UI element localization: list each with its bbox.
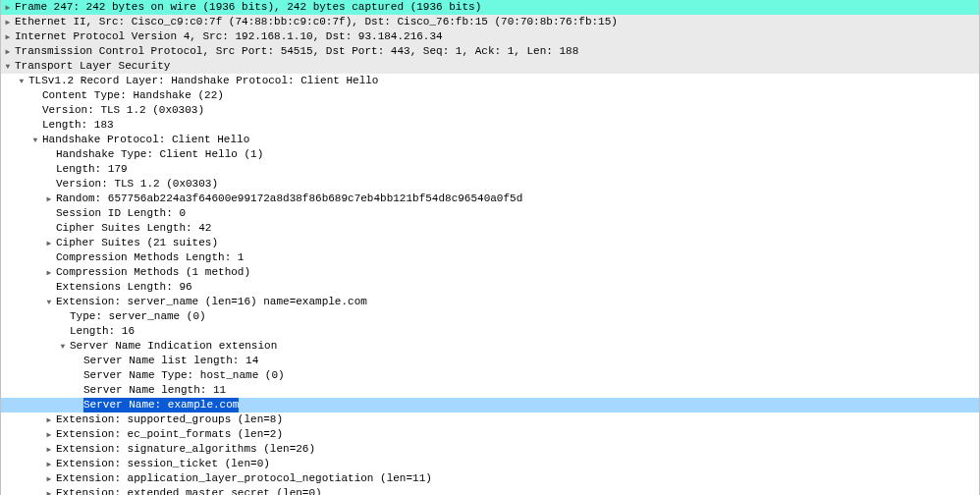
- cs-row[interactable]: ▶ Cipher Suites (21 suites): [1, 236, 979, 250]
- handshake-row[interactable]: ▼ Handshake Protocol: Client Hello: [1, 133, 979, 147]
- expand-icon[interactable]: ▶: [42, 192, 56, 206]
- ext-len-row[interactable]: Extensions Length: 96: [1, 280, 979, 295]
- handshake-version: Version: TLS 1.2 (0x0303): [56, 177, 218, 192]
- record-version-row[interactable]: Version: TLS 1.2 (0x0303): [1, 103, 979, 118]
- ext-alpn: Extension: application_layer_protocol_ne…: [56, 471, 432, 486]
- sni-name-len: Server Name length: 11: [83, 383, 226, 398]
- handshake-type-row[interactable]: Handshake Type: Client Hello (1): [1, 147, 979, 162]
- cs-len-row[interactable]: Cipher Suites Length: 42: [1, 221, 979, 236]
- collapse-icon[interactable]: ▼: [28, 133, 42, 147]
- cm-len-row[interactable]: Compression Methods Length: 1: [1, 250, 979, 265]
- record-title: TLSv1.2 Record Layer: Handshake Protocol…: [28, 74, 378, 88]
- ext-server-name-title: Extension: server_name (len=16) name=exa…: [56, 295, 367, 309]
- compression-methods: Compression Methods (1 method): [56, 265, 250, 280]
- expand-icon[interactable]: ▶: [42, 236, 56, 250]
- cipher-suites: Cipher Suites (21 suites): [56, 236, 218, 250]
- ext-ec-point-formats: Extension: ec_point_formats (len=2): [56, 427, 283, 442]
- sni-extension-title: Server Name Indication extension: [70, 339, 277, 354]
- sni-server-name: Server Name: example.com: [83, 398, 239, 412]
- handshake-title: Handshake Protocol: Client Hello: [42, 133, 249, 147]
- ext-ec-point-formats-row[interactable]: ▶ Extension: ec_point_formats (len=2): [1, 427, 979, 442]
- sid-len-row[interactable]: Session ID Length: 0: [1, 206, 979, 221]
- ext-server-name-row[interactable]: ▼ Extension: server_name (len=16) name=e…: [1, 295, 979, 309]
- sni-server-name-row[interactable]: Server Name: example.com: [1, 398, 979, 412]
- ext-session-ticket: Extension: session_ticket (len=0): [56, 457, 270, 471]
- sid-len: Session ID Length: 0: [56, 206, 186, 221]
- record-length: Length: 183: [42, 118, 114, 133]
- expand-icon[interactable]: ▶: [42, 486, 56, 495]
- ext-supported-groups: Extension: supported_groups (len=8): [56, 412, 283, 427]
- sni-list-len: Server Name list length: 14: [83, 354, 258, 368]
- sni-type-row[interactable]: Type: server_name (0): [1, 309, 979, 324]
- expand-icon[interactable]: ▶: [42, 412, 56, 427]
- sni-name-len-row[interactable]: Server Name length: 11: [1, 383, 979, 398]
- ip-row[interactable]: ▶ Internet Protocol Version 4, Src: 192.…: [1, 29, 979, 44]
- collapse-icon[interactable]: ▼: [42, 295, 56, 309]
- ip-header: Internet Protocol Version 4, Src: 192.16…: [15, 29, 443, 44]
- sni-length: Length: 16: [70, 324, 135, 339]
- collapse-icon[interactable]: ▼: [15, 74, 28, 88]
- expand-icon[interactable]: ▶: [42, 457, 56, 471]
- handshake-random-row[interactable]: ▶ Random: 657756ab224a3f64600e99172a8d38…: [1, 192, 979, 206]
- expand-icon[interactable]: ▶: [1, 0, 15, 15]
- record-content-type: Content Type: Handshake (22): [42, 88, 224, 103]
- ethernet-header: Ethernet II, Src: Cisco_c9:c0:7f (74:88:…: [15, 15, 618, 29]
- expand-icon[interactable]: ▶: [1, 44, 15, 59]
- ext-sig-algs-row[interactable]: ▶ Extension: signature_algorithms (len=2…: [1, 442, 979, 457]
- frame-header-row[interactable]: ▶ Frame 247: 242 bytes on wire (1936 bit…: [1, 0, 979, 15]
- expand-icon[interactable]: ▶: [1, 29, 15, 44]
- tls-root: Transport Layer Security: [15, 59, 170, 74]
- record-version: Version: TLS 1.2 (0x0303): [42, 103, 204, 118]
- sni-len-row[interactable]: Length: 16: [1, 324, 979, 339]
- expand-icon[interactable]: ▶: [42, 442, 56, 457]
- sni-name-type: Server Name Type: host_name (0): [83, 368, 285, 383]
- tcp-row[interactable]: ▶ Transmission Control Protocol, Src Por…: [1, 44, 979, 59]
- extensions-length: Extensions Length: 96: [56, 280, 192, 295]
- expand-icon[interactable]: ▶: [42, 427, 56, 442]
- expand-icon[interactable]: ▶: [42, 265, 56, 280]
- handshake-length: Length: 179: [56, 162, 128, 177]
- ext-ems: Extension: extended_master_secret (len=0…: [56, 486, 322, 495]
- collapse-icon[interactable]: ▼: [1, 59, 15, 74]
- tls-root-row[interactable]: ▼ Transport Layer Security: [1, 59, 979, 74]
- cm-len: Compression Methods Length: 1: [56, 250, 244, 265]
- cm-row[interactable]: ▶ Compression Methods (1 method): [1, 265, 979, 280]
- expand-icon[interactable]: ▶: [42, 471, 56, 486]
- handshake-type: Handshake Type: Client Hello (1): [56, 147, 263, 162]
- sni-list-len-row[interactable]: Server Name list length: 14: [1, 354, 979, 368]
- record-length-row[interactable]: Length: 183: [1, 118, 979, 133]
- record-content-type-row[interactable]: Content Type: Handshake (22): [1, 88, 979, 103]
- ext-alpn-row[interactable]: ▶ Extension: application_layer_protocol_…: [1, 471, 979, 486]
- record-layer-row[interactable]: ▼ TLSv1.2 Record Layer: Handshake Protoc…: [1, 74, 979, 88]
- collapse-icon[interactable]: ▼: [56, 339, 70, 354]
- sni-ext-row[interactable]: ▼ Server Name Indication extension: [1, 339, 979, 354]
- frame-header: Frame 247: 242 bytes on wire (1936 bits)…: [15, 0, 481, 15]
- packet-details-pane[interactable]: ▶ Frame 247: 242 bytes on wire (1936 bit…: [0, 0, 980, 495]
- expand-icon[interactable]: ▶: [1, 15, 15, 29]
- ext-sig-algs: Extension: signature_algorithms (len=26): [56, 442, 315, 457]
- handshake-random: Random: 657756ab224a3f64600e99172a8d38f8…: [56, 192, 522, 206]
- sni-name-type-row[interactable]: Server Name Type: host_name (0): [1, 368, 979, 383]
- ethernet-row[interactable]: ▶ Ethernet II, Src: Cisco_c9:c0:7f (74:8…: [1, 15, 979, 29]
- ext-session-ticket-row[interactable]: ▶ Extension: session_ticket (len=0): [1, 457, 979, 471]
- sni-type: Type: server_name (0): [70, 309, 206, 324]
- handshake-length-row[interactable]: Length: 179: [1, 162, 979, 177]
- ext-ems-row[interactable]: ▶ Extension: extended_master_secret (len…: [1, 486, 979, 495]
- handshake-version-row[interactable]: Version: TLS 1.2 (0x0303): [1, 177, 979, 192]
- ext-supported-groups-row[interactable]: ▶ Extension: supported_groups (len=8): [1, 412, 979, 427]
- cs-len: Cipher Suites Length: 42: [56, 221, 211, 236]
- tcp-header: Transmission Control Protocol, Src Port:…: [15, 44, 578, 59]
